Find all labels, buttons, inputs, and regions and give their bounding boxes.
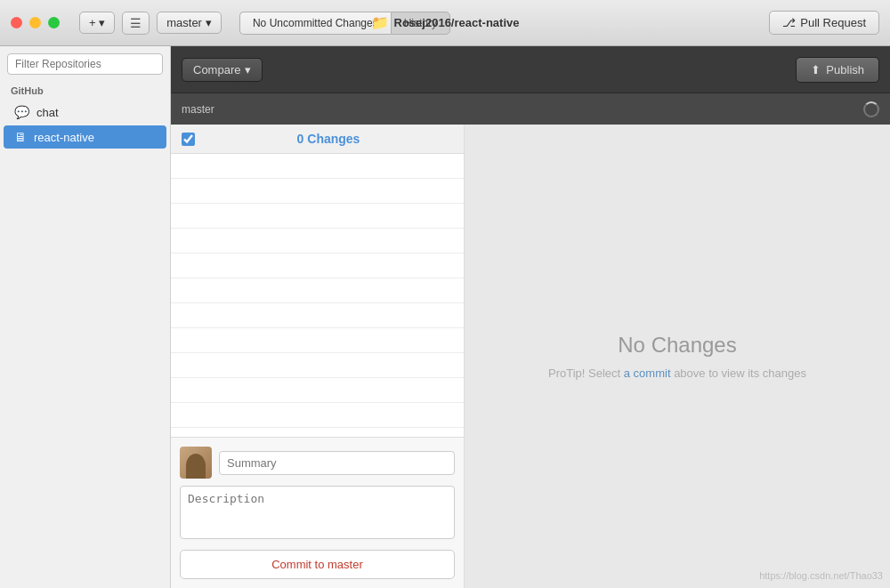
change-row — [171, 403, 464, 428]
current-branch-label: master — [182, 103, 214, 116]
repo-icon-chat: 💬 — [14, 105, 29, 119]
pull-request-button[interactable]: ⎇ Pull Request — [769, 11, 879, 35]
change-row — [171, 254, 464, 278]
publish-button[interactable]: ⬆ Publish — [796, 57, 879, 83]
summary-input[interactable] — [219, 451, 455, 475]
sidebar-section-github: GitHub — [0, 82, 170, 100]
maximize-button[interactable] — [48, 17, 60, 28]
description-input[interactable] — [180, 486, 455, 539]
add-button[interactable]: + ▾ — [79, 12, 115, 34]
change-row — [171, 179, 464, 204]
window-controls — [11, 17, 60, 28]
content-area: Compare ▾ ⬆ Publish master 0 Changes — [171, 46, 890, 588]
changes-rows — [171, 154, 464, 437]
sidebar-item-react-native[interactable]: 🖥 react-native — [4, 125, 166, 149]
pull-request-label: Pull Request — [800, 16, 866, 29]
dark-bar: Compare ▾ ⬆ Publish — [171, 46, 890, 93]
changes-list: 0 Changes — [171, 125, 465, 588]
change-row — [171, 428, 464, 437]
chevron-down-icon: ▾ — [206, 16, 212, 29]
change-row — [171, 353, 464, 378]
no-changes-title: No Changes — [618, 333, 736, 358]
compare-label: Compare — [193, 63, 240, 77]
commit-row — [180, 447, 455, 479]
commit-link[interactable]: a commit — [624, 366, 671, 380]
change-row — [171, 204, 464, 229]
changes-header: 0 Changes — [171, 125, 464, 154]
title-bar-center: 📁 Rosej2016/react-native — [371, 14, 520, 31]
change-row — [171, 154, 464, 179]
change-row — [171, 378, 464, 403]
filter-repositories-input[interactable] — [7, 53, 163, 75]
select-all-checkbox[interactable] — [182, 133, 195, 146]
minimize-button[interactable] — [29, 17, 41, 28]
change-row — [171, 328, 464, 353]
chevron-down-icon: ▾ — [245, 63, 251, 77]
loading-spinner — [863, 101, 879, 117]
close-button[interactable] — [11, 17, 22, 28]
change-row — [171, 303, 464, 328]
sidebar-item-label-chat: chat — [36, 106, 59, 119]
tab-uncommitted[interactable]: No Uncommitted Changes — [239, 12, 391, 35]
toolbar-right: ⎇ Pull Request — [769, 11, 879, 35]
branch-bar: master — [171, 93, 890, 125]
changes-panel: 0 Changes — [171, 125, 890, 588]
compare-button[interactable]: Compare ▾ — [182, 58, 263, 82]
change-row — [171, 278, 464, 303]
watermark: https://blog.csdn.net/Thao33 — [759, 570, 883, 581]
sidebar-item-label-react-native: react-native — [34, 131, 94, 144]
publish-label: Publish — [826, 63, 864, 77]
avatar-figure — [186, 454, 206, 479]
pull-request-icon: ⎇ — [782, 16, 796, 29]
sidebar-item-chat[interactable]: 💬 chat — [4, 101, 166, 124]
main-layout: GitHub 💬 chat 🖥 react-native Compare ▾ ⬆… — [0, 46, 890, 588]
no-changes-tip: ProTip! Select a commit above to view it… — [548, 366, 806, 380]
upload-icon: ⬆ — [811, 63, 821, 77]
folder-icon: 📁 — [371, 14, 389, 31]
branch-selector[interactable]: master ▾ — [157, 12, 222, 34]
avatar — [180, 447, 212, 479]
branch-name: master — [166, 16, 202, 29]
repo-icon-react-native: 🖥 — [14, 130, 27, 144]
changes-count: 0 Changes — [204, 132, 453, 146]
sidebar-toggle-button[interactable]: ☰ — [122, 12, 150, 35]
commit-form: Commit to master — [171, 437, 464, 588]
change-row — [171, 229, 464, 254]
sidebar: GitHub 💬 chat 🖥 react-native — [0, 46, 171, 588]
title-bar: + ▾ ☰ master ▾ 📁 Rosej2016/react-native … — [0, 0, 890, 46]
commit-button[interactable]: Commit to master — [180, 550, 455, 579]
toolbar-left: + ▾ ☰ master ▾ — [79, 12, 222, 35]
no-changes-panel: No Changes ProTip! Select a commit above… — [465, 125, 890, 588]
window-title: Rosej2016/react-native — [394, 16, 520, 29]
